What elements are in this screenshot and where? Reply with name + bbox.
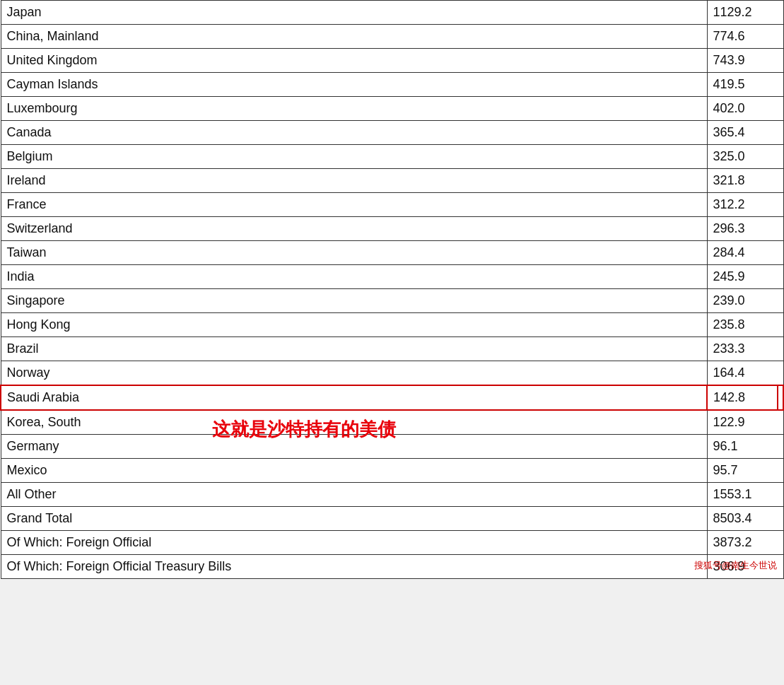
table-row: Luxembourg402.0 bbox=[1, 97, 783, 121]
table-row: Taiwan284.4 bbox=[1, 241, 783, 265]
value-cell: 239.0 bbox=[707, 289, 778, 313]
value-cell: 235.8 bbox=[707, 313, 778, 337]
extra-cell bbox=[778, 385, 783, 410]
value-cell: 164.4 bbox=[707, 361, 778, 386]
country-cell: Of Which: Foreign Official Treasury Bill… bbox=[1, 555, 707, 579]
extra-cell bbox=[778, 410, 783, 435]
extra-cell bbox=[778, 507, 783, 531]
country-cell: Belgium bbox=[1, 145, 707, 169]
country-cell: All Other bbox=[1, 483, 707, 507]
extra-cell bbox=[778, 25, 783, 49]
value-cell: 96.1 bbox=[707, 435, 778, 459]
table-row: Cayman Islands419.5 bbox=[1, 73, 783, 97]
country-cell: India bbox=[1, 265, 707, 289]
country-cell: Hong Kong bbox=[1, 313, 707, 337]
country-cell: Ireland bbox=[1, 169, 707, 193]
table-row: Brazil233.3 bbox=[1, 337, 783, 361]
table-row: Mexico95.7 bbox=[1, 459, 783, 483]
table-row: Grand Total8503.4 bbox=[1, 507, 783, 531]
extra-cell bbox=[778, 313, 783, 337]
table-row: All Other1553.1 bbox=[1, 483, 783, 507]
country-cell: Taiwan bbox=[1, 241, 707, 265]
country-cell: Japan bbox=[1, 1, 707, 25]
value-cell: 296.3 bbox=[707, 217, 778, 241]
table-row: Canada365.4 bbox=[1, 121, 783, 145]
country-cell: Cayman Islands bbox=[1, 73, 707, 97]
table-row: Japan1129.2 bbox=[1, 1, 783, 25]
value-cell: 1553.1 bbox=[707, 483, 778, 507]
table-row: China, Mainland774.6 bbox=[1, 25, 783, 49]
extra-cell bbox=[778, 1, 783, 25]
table-row: Hong Kong235.8 bbox=[1, 313, 783, 337]
extra-cell bbox=[778, 169, 783, 193]
country-cell: Mexico bbox=[1, 459, 707, 483]
value-cell: 284.4 bbox=[707, 241, 778, 265]
table-row: Saudi Arabia142.8 bbox=[1, 385, 783, 410]
country-cell: United Kingdom bbox=[1, 49, 707, 73]
extra-cell bbox=[778, 145, 783, 169]
country-cell: Switzerland bbox=[1, 217, 707, 241]
extra-cell bbox=[778, 49, 783, 73]
country-cell: Singapore bbox=[1, 289, 707, 313]
extra-cell bbox=[778, 217, 783, 241]
table-row: Switzerland296.3 bbox=[1, 217, 783, 241]
watermark: 搜狐号@南生今世说 bbox=[694, 559, 777, 572]
value-cell: 321.8 bbox=[707, 169, 778, 193]
value-cell: 245.9 bbox=[707, 265, 778, 289]
extra-cell bbox=[778, 555, 783, 579]
extra-cell bbox=[778, 531, 783, 555]
value-cell: 142.8 bbox=[707, 385, 778, 410]
country-cell: France bbox=[1, 193, 707, 217]
table-row: Of Which: Foreign Official Treasury Bill… bbox=[1, 555, 783, 579]
extra-cell bbox=[778, 459, 783, 483]
value-cell: 233.3 bbox=[707, 337, 778, 361]
value-cell: 312.2 bbox=[707, 193, 778, 217]
table-row: Norway164.4 bbox=[1, 361, 783, 386]
table-row: United Kingdom743.9 bbox=[1, 49, 783, 73]
extra-cell bbox=[778, 73, 783, 97]
page-wrapper: Japan1129.2China, Mainland774.6United Ki… bbox=[0, 0, 784, 579]
value-cell: 365.4 bbox=[707, 121, 778, 145]
value-cell: 774.6 bbox=[707, 25, 778, 49]
extra-cell bbox=[778, 289, 783, 313]
extra-cell bbox=[778, 435, 783, 459]
table-row: France312.2 bbox=[1, 193, 783, 217]
value-cell: 3873.2 bbox=[707, 531, 778, 555]
extra-cell bbox=[778, 337, 783, 361]
country-cell: Canada bbox=[1, 121, 707, 145]
country-cell: Grand Total bbox=[1, 507, 707, 531]
data-table: Japan1129.2China, Mainland774.6United Ki… bbox=[0, 0, 784, 579]
country-cell: China, Mainland bbox=[1, 25, 707, 49]
table-row: Korea, South122.9 bbox=[1, 410, 783, 435]
extra-cell bbox=[778, 483, 783, 507]
extra-cell bbox=[778, 121, 783, 145]
value-cell: 325.0 bbox=[707, 145, 778, 169]
value-cell: 95.7 bbox=[707, 459, 778, 483]
country-cell: Brazil bbox=[1, 337, 707, 361]
country-cell: Of Which: Foreign Official bbox=[1, 531, 707, 555]
extra-cell bbox=[778, 361, 783, 386]
value-cell: 122.9 bbox=[707, 410, 778, 435]
extra-cell bbox=[778, 193, 783, 217]
extra-cell bbox=[778, 241, 783, 265]
value-cell: 1129.2 bbox=[707, 1, 778, 25]
table-row: Germany96.1 bbox=[1, 435, 783, 459]
table-row: Ireland321.8 bbox=[1, 169, 783, 193]
table-row: India245.9 bbox=[1, 265, 783, 289]
table-row: Singapore239.0 bbox=[1, 289, 783, 313]
value-cell: 743.9 bbox=[707, 49, 778, 73]
country-cell: Norway bbox=[1, 361, 707, 386]
extra-cell bbox=[778, 265, 783, 289]
country-cell: Luxembourg bbox=[1, 97, 707, 121]
value-cell: 8503.4 bbox=[707, 507, 778, 531]
country-cell: Korea, South bbox=[1, 410, 707, 435]
country-cell: Germany bbox=[1, 435, 707, 459]
country-cell: Saudi Arabia bbox=[1, 385, 707, 410]
extra-cell bbox=[778, 97, 783, 121]
value-cell: 402.0 bbox=[707, 97, 778, 121]
table-row: Of Which: Foreign Official3873.2 bbox=[1, 531, 783, 555]
table-row: Belgium325.0 bbox=[1, 145, 783, 169]
value-cell: 419.5 bbox=[707, 73, 778, 97]
